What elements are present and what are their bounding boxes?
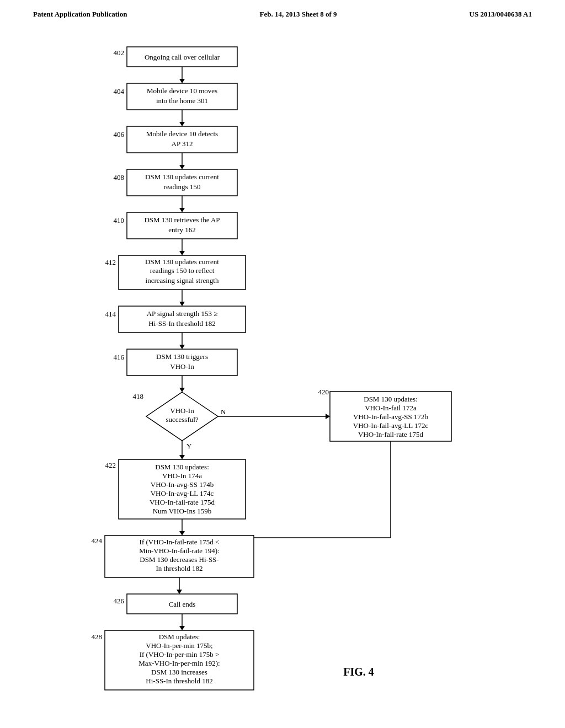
step-404-text-2: into the home 301 — [156, 97, 208, 105]
step-420-number: 420 — [318, 388, 329, 396]
step-420-text-1: DSM 130 updates: — [364, 395, 418, 403]
step-424-text-3: DSM 130 decreases Hi-SS- — [140, 555, 218, 564]
header-middle: Feb. 14, 2013 Sheet 8 of 9 — [259, 10, 337, 19]
step-402-text: Ongoing call over cellular — [145, 53, 220, 61]
step-422-number: 422 — [105, 461, 116, 469]
step-422-text-5: VHO-In-fail-rate 175d — [150, 498, 215, 506]
step-406-text-1: Mobile device 10 detects — [146, 130, 218, 138]
flowchart-svg: Ongoing call over cellular 402 Mobile de… — [0, 30, 565, 725]
step-406-text-2: AP 312 — [172, 140, 193, 148]
step-414-number: 414 — [105, 310, 116, 318]
svg-marker-11 — [179, 208, 185, 212]
page: Patent Application Publication Feb. 14, … — [0, 0, 565, 728]
step-418-y-label: Y — [186, 442, 192, 450]
step-416-text-2: VHO-In — [170, 362, 194, 371]
step-414-text-1: AP signal strength 153 ≥ — [147, 309, 218, 318]
step-428-text-1: DSM updates: — [159, 633, 200, 641]
step-410-text-1: DSM 130 retrieves the AP — [144, 216, 220, 224]
svg-marker-35 — [179, 531, 185, 536]
svg-marker-20 — [179, 345, 185, 349]
step-424-text-4: In threshold 182 — [156, 564, 202, 572]
step-412-text-2: readings 150 to reflect — [150, 266, 215, 275]
svg-marker-32 — [179, 455, 185, 459]
svg-marker-17 — [179, 302, 185, 306]
svg-marker-8 — [179, 165, 185, 169]
step-428-text-5: DSM 130 increases — [151, 668, 207, 676]
svg-marker-41 — [179, 626, 185, 630]
svg-marker-38 — [177, 590, 182, 594]
step-412-number: 412 — [105, 258, 116, 266]
step-412-text-3: increasing signal strength — [146, 276, 219, 285]
step-402-number: 402 — [114, 49, 125, 57]
step-426-text: Call ends — [169, 600, 196, 608]
step-424-number: 424 — [92, 537, 103, 545]
step-426-number: 426 — [114, 597, 125, 605]
step-408-text-1: DSM 130 updates current — [145, 173, 219, 181]
step-422-text-4: VHO-In-avg-LL 174c — [151, 489, 214, 497]
step-422-text-3: VHO-In-avg-SS 174b — [151, 480, 214, 489]
svg-marker-5 — [179, 122, 185, 126]
header-left: Patent Application Publication — [33, 10, 127, 19]
step-428-text-4: Max-VHO-In-per-min 192): — [138, 659, 220, 667]
step-422-text-2: VHO-In 174a — [162, 472, 202, 480]
step-422-text-1: DSM 130 updates: — [155, 463, 209, 471]
svg-marker-26 — [326, 414, 330, 419]
step-428-number: 428 — [92, 633, 103, 641]
step-424-text-1: If (VHO-In-fail-rate 175d < — [140, 538, 220, 546]
step-416-number: 416 — [114, 353, 125, 361]
step-428-text-2: VHO-In-per-min 175b; — [146, 641, 212, 650]
step-418-number: 418 — [133, 392, 144, 400]
step-422-text-6: Num VHO-Ins 159b — [153, 507, 212, 515]
step-420-text-3: VHO-In-fail-avg-SS 172b — [353, 413, 428, 421]
step-416-text-1: DSM 130 triggers — [156, 352, 208, 361]
svg-marker-14 — [179, 251, 185, 255]
svg-marker-2 — [179, 79, 185, 83]
step-410-text-2: entry 162 — [168, 226, 195, 234]
step-418-text-2: successful? — [166, 415, 198, 424]
header: Patent Application Publication Feb. 14, … — [0, 0, 565, 19]
step-418-text-1: VHO-In — [170, 406, 194, 415]
step-420-text-2: VHO-In-fail 172a — [365, 404, 417, 412]
svg-marker-23 — [179, 388, 185, 392]
step-404-text-1: Mobile device 10 moves — [147, 87, 217, 95]
step-410-number: 410 — [114, 216, 125, 224]
step-408-number: 408 — [114, 173, 125, 181]
step-404-number: 404 — [114, 87, 125, 95]
header-right: US 2013/0040638 A1 — [470, 10, 532, 19]
step-420-text-4: VHO-In-fail-avg-LL 172c — [353, 421, 429, 430]
step-406-number: 406 — [114, 130, 125, 138]
step-420-text-5: VHO-In-fail-rate 175d — [358, 430, 424, 438]
step-408-text-2: readings 150 — [164, 183, 201, 191]
fig-label: FIG. 4 — [343, 666, 374, 678]
step-412-text-1: DSM 130 updates current — [145, 258, 219, 266]
step-414-text-2: Hi-SS-In threshold 182 — [148, 319, 215, 328]
step-424-text-2: Min-VHO-In-fail-rate 194): — [139, 547, 219, 555]
step-418-n-label: N — [221, 408, 226, 416]
step-428-text-6: Hi-SS-In threshold 182 — [146, 677, 212, 685]
step-428-text-3: If (VHO-In-per-min 175b > — [140, 650, 220, 659]
